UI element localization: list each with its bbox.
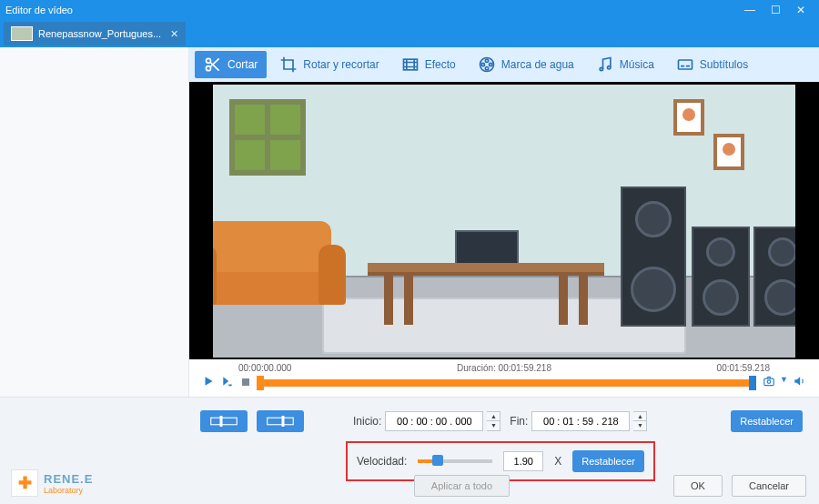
close-tab-icon[interactable]: ✕ xyxy=(170,28,178,40)
start-time-label: Inicio: xyxy=(353,415,381,428)
effect-tab[interactable]: Efecto xyxy=(392,51,465,78)
range-end-handle[interactable] xyxy=(749,376,756,390)
svg-rect-15 xyxy=(220,416,223,427)
svg-rect-14 xyxy=(211,418,238,425)
speed-slider-thumb[interactable] xyxy=(432,455,443,466)
preview-frame xyxy=(213,85,795,358)
end-time-spinner[interactable]: ▲▼ xyxy=(633,411,647,431)
title-bar: Editor de vídeo — ☐ ✕ xyxy=(0,0,819,20)
timeline: 00:00:00.000 Duración: 00:01:59.218 00:0… xyxy=(189,359,819,397)
brand-name: RENE.E xyxy=(44,472,93,486)
svg-rect-10 xyxy=(678,60,692,69)
cancel-button[interactable]: Cancelar xyxy=(732,475,806,497)
watermark-tab-label: Marca de agua xyxy=(501,58,574,71)
controls-panel: Inicio: ▲▼ Fin: ▲▼ Restablecer Velocidad… xyxy=(0,397,819,504)
svg-point-13 xyxy=(767,380,771,384)
rotate-crop-tab[interactable]: Rotar y recortar xyxy=(270,51,388,78)
end-time-input[interactable] xyxy=(531,411,630,431)
ok-button[interactable]: OK xyxy=(673,475,723,497)
svg-point-0 xyxy=(207,58,211,63)
svg-point-1 xyxy=(207,66,211,71)
close-button[interactable]: ✕ xyxy=(788,4,814,16)
file-tab[interactable]: Renepassnow_Portugues... ✕ xyxy=(4,22,186,45)
maximize-button[interactable]: ☐ xyxy=(763,4,788,16)
reel-icon xyxy=(478,55,496,74)
play-button[interactable] xyxy=(202,375,215,391)
svg-point-6 xyxy=(481,63,484,66)
music-tab-label: Música xyxy=(620,58,654,71)
watermark-tab[interactable]: Marca de agua xyxy=(469,51,583,78)
brand-badge-icon: ✚ xyxy=(11,469,38,497)
timeline-duration-caption: Duración: xyxy=(457,363,496,373)
scissors-icon xyxy=(204,55,222,74)
speed-value-input[interactable] xyxy=(503,451,543,471)
volume-button[interactable] xyxy=(792,375,806,391)
cut-tab[interactable]: Cortar xyxy=(195,51,267,78)
reset-range-button[interactable]: Restablecer xyxy=(731,410,803,432)
timeline-start-label: 00:00:00.000 xyxy=(238,363,291,373)
play-in-button[interactable] xyxy=(220,375,235,391)
svg-point-8 xyxy=(600,67,602,70)
window-title: Editor de vídeo xyxy=(5,5,737,15)
rotate-crop-tab-label: Rotar y recortar xyxy=(303,58,379,71)
svg-point-5 xyxy=(485,67,488,70)
start-time-input[interactable] xyxy=(385,411,483,431)
svg-rect-17 xyxy=(282,416,285,427)
file-tabs: Renepassnow_Portugues... ✕ xyxy=(0,20,819,47)
svg-rect-12 xyxy=(764,378,774,386)
speed-slider[interactable] xyxy=(418,459,492,463)
timeline-end-label: 00:01:59.218 xyxy=(717,363,770,373)
speed-suffix: X xyxy=(554,455,561,468)
svg-rect-11 xyxy=(242,378,249,386)
svg-rect-2 xyxy=(403,59,417,70)
brand-logo: ✚ RENE.E Laboratory xyxy=(11,469,93,497)
snapshot-button[interactable] xyxy=(762,375,776,391)
svg-rect-16 xyxy=(268,418,294,425)
filmstrip-icon xyxy=(401,55,420,74)
subtitles-tab[interactable]: Subtítulos xyxy=(667,51,757,78)
toolbar: Cortar Rotar y recortar Efecto Marca de … xyxy=(189,47,819,82)
stop-button[interactable] xyxy=(240,375,251,391)
chevron-down-icon[interactable]: ▼ xyxy=(780,375,788,391)
video-preview xyxy=(189,82,819,359)
subtitle-icon xyxy=(676,55,694,74)
file-tab-label: Renepassnow_Portugues... xyxy=(38,28,161,39)
range-start-handle[interactable] xyxy=(257,376,264,390)
cut-tab-label: Cortar xyxy=(228,58,258,71)
end-time-label: Fin: xyxy=(510,415,528,428)
music-tab[interactable]: Música xyxy=(587,51,663,78)
file-thumbnail-icon xyxy=(11,26,33,41)
subtitles-tab-label: Subtítulos xyxy=(700,58,748,71)
speed-label: Velocidad: xyxy=(357,455,407,468)
music-note-icon xyxy=(596,55,614,74)
brand-sub: Laboratory xyxy=(44,486,93,495)
apply-all-button[interactable]: Aplicar a todo xyxy=(414,475,510,497)
effect-tab-label: Efecto xyxy=(425,58,456,71)
svg-point-7 xyxy=(489,63,491,66)
crop-icon xyxy=(279,55,298,74)
svg-point-9 xyxy=(607,66,610,69)
split-left-button[interactable] xyxy=(200,410,248,432)
timeline-duration-value: 00:01:59.218 xyxy=(499,363,551,373)
dialog-footer: Aplicar a todo OK Cancelar xyxy=(414,475,806,497)
svg-point-4 xyxy=(485,59,488,62)
split-right-button[interactable] xyxy=(257,410,304,432)
minimize-button[interactable]: — xyxy=(737,4,763,16)
start-time-spinner[interactable]: ▲▼ xyxy=(487,411,500,431)
timeline-track[interactable] xyxy=(260,379,753,387)
sidebar xyxy=(0,47,189,397)
reset-speed-button[interactable]: Restablecer xyxy=(572,450,644,472)
